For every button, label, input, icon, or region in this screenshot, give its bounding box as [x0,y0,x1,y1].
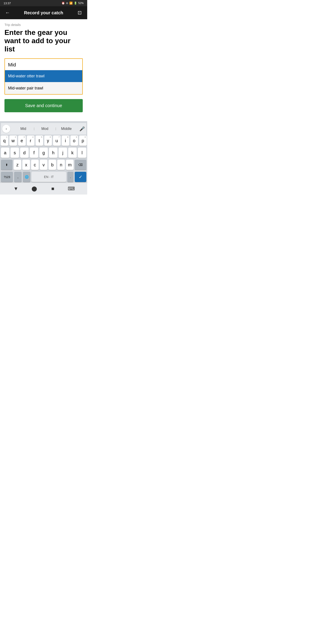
key-q[interactable]: q1 [1,136,8,146]
mic-icon[interactable]: 🎤 [80,126,85,132]
minus-icon: ⊖ [66,2,68,5]
key-i[interactable]: i8 [62,136,69,146]
section-label: Trip details [4,23,83,26]
key-l[interactable]: l [78,148,86,158]
app-bar: ← Record your catch ⊡ [0,6,87,19]
suggestion-2[interactable]: Middle [56,127,77,131]
main-content: Trip details Enter the gear you want to … [0,19,87,121]
key-k[interactable]: k [68,148,77,158]
key-g[interactable]: g [39,148,48,158]
key-x[interactable]: x [22,160,30,170]
alarm-icon: ⏰ [62,2,65,5]
nav-keyboard-button[interactable]: ⌨ [66,186,77,192]
key-row-2: a s d f g h j k l [1,148,86,158]
gear-input-dropdown: Mid-water otter trawl Mid-water pair tra… [4,58,83,94]
exit-button[interactable]: ⊡ [76,10,84,16]
key-b[interactable]: b [48,160,56,170]
period-key[interactable]: . [67,172,74,182]
key-u[interactable]: u7 [53,136,60,146]
dropdown-item-1[interactable]: Mid-water pair trawl [5,82,82,94]
signal-icon: 📶 [69,2,73,5]
key-a[interactable]: a [1,148,10,158]
key-y[interactable]: y6 [44,136,52,146]
comma-key[interactable]: , [14,172,22,182]
key-w[interactable]: w2 [10,136,17,146]
key-row-4: ?123 , 🌐 EN · IT . ✓ [1,172,86,182]
status-bar: 13:37 ⏰ ⊖ 📶 🔋 52% [0,0,87,6]
key-j[interactable]: j [58,148,67,158]
suggestions-expand-button[interactable]: › [2,125,10,133]
suggestion-1[interactable]: Mod [34,127,56,131]
dropdown-list: Mid-water otter trawl Mid-water pair tra… [5,70,82,94]
shift-key[interactable]: ⬆ [1,160,12,170]
key-o[interactable]: o9 [70,136,78,146]
key-e[interactable]: e3 [18,136,26,146]
gear-search-input[interactable] [5,59,82,70]
nav-recents-button[interactable]: ■ [47,186,58,192]
key-n[interactable]: n [57,160,65,170]
nav-back-button[interactable]: ▼ [10,186,22,192]
key-f[interactable]: f [30,148,38,158]
nav-home-button[interactable]: ⬤ [29,186,40,192]
nav-back-icon: ▼ [14,186,18,192]
nav-home-icon: ⬤ [32,186,37,192]
key-c[interactable]: c [31,160,39,170]
num-toggle-key[interactable]: ?123 [1,172,13,182]
nav-recents-icon: ■ [52,186,54,192]
exit-icon: ⊡ [78,10,82,16]
keyboard-area: › Mid Mod Middle 🎤 q1 w2 e3 r4 t5 y6 u7 … [0,121,87,183]
app-bar-title: Record your catch [24,10,63,16]
battery-icon: 🔋 [74,2,77,5]
save-continue-button[interactable]: Save and continue [4,99,83,112]
page-heading: Enter the gear you want to add to your l… [4,28,83,53]
key-row-3: ⬆ z x c v b n m ⌫ [1,160,86,170]
keyboard-rows: q1 w2 e3 r4 t5 y6 u7 i8 o9 p0 a s d f g … [1,136,86,182]
key-z[interactable]: z [14,160,21,170]
key-v[interactable]: v [40,160,48,170]
back-arrow-icon: ← [5,10,10,16]
status-icons: ⏰ ⊖ 📶 🔋 52% [62,2,84,5]
battery-percent: 52% [78,2,84,5]
nav-keyboard-icon: ⌨ [68,186,75,192]
key-h[interactable]: h [49,148,58,158]
key-p[interactable]: p0 [79,136,87,146]
space-key[interactable]: EN · IT [32,172,66,182]
globe-key[interactable]: 🌐 [23,172,30,182]
key-d[interactable]: d [20,148,28,158]
key-r[interactable]: r4 [27,136,34,146]
suggestions-row: › Mid Mod Middle 🎤 [1,123,86,134]
key-m[interactable]: m [66,160,74,170]
key-s[interactable]: s [10,148,19,158]
dropdown-item-0[interactable]: Mid-water otter trawl [5,70,82,82]
enter-key[interactable]: ✓ [75,172,86,182]
status-time: 13:37 [4,2,11,5]
nav-bar: ▼ ⬤ ■ ⌨ [0,183,87,194]
backspace-key[interactable]: ⌫ [75,160,86,170]
back-button[interactable]: ← [4,10,12,16]
suggestion-0[interactable]: Mid [12,127,34,131]
key-row-1: q1 w2 e3 r4 t5 y6 u7 i8 o9 p0 [1,136,86,146]
key-t[interactable]: t5 [36,136,43,146]
